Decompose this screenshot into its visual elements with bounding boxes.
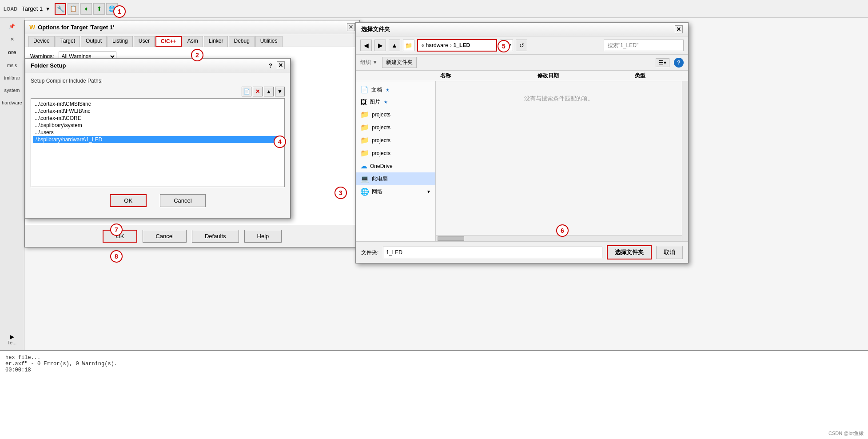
fc-sidebar-proj4-label: projects	[372, 150, 390, 156]
fc-close-btn[interactable]: ×	[675, 25, 683, 33]
fc-sidebar: 📄 文档 ★ 🖼 图片 ★ 📁 projects 📁 projects 📁 pr…	[356, 81, 436, 241]
options-ok-button[interactable]: OK	[103, 230, 138, 243]
sidebar-item-ore: ore	[0, 46, 24, 59]
fc-empty-message: 没有与搜索条件匹配的项。	[440, 95, 677, 103]
fc-refresh-btn[interactable]: ↺	[516, 40, 527, 51]
load-icon: LOAD	[4, 6, 17, 12]
tab-utilities[interactable]: Utilities	[255, 36, 283, 47]
folder-close-btn[interactable]: ×	[277, 61, 285, 69]
fc-path-dropdown[interactable]: ▼	[500, 40, 513, 51]
folder-help-btn[interactable]: ?	[269, 62, 272, 69]
sidebar-arrow-right[interactable]: ▶	[0, 334, 24, 340]
fc-path-part2[interactable]: 1_LED	[454, 42, 470, 48]
main-toolbar: LOAD Target 1 ▼ 🔧 📋 ♦ ⬆ 🌐	[0, 0, 868, 18]
tab-output[interactable]: Output	[81, 36, 107, 47]
keil-logo: W	[29, 24, 35, 31]
folder-up-btn[interactable]: ▲	[264, 87, 274, 96]
tab-cc[interactable]: C/C++	[155, 36, 182, 47]
pics-icon: 🖼	[360, 98, 367, 106]
fc-forward-btn[interactable]: ▶	[374, 40, 386, 51]
folder-icon-4: 📁	[360, 149, 369, 157]
fc-sidebar-pc-label: 此电脑	[372, 175, 388, 183]
fc-sidebar-proj1[interactable]: 📁 projects	[356, 108, 435, 121]
fc-path-part1[interactable]: hardware	[426, 42, 448, 48]
fc-vscrollbar[interactable]	[682, 81, 688, 241]
fc-search-input[interactable]	[604, 40, 684, 51]
toolbar-icon-3[interactable]: ♦	[80, 3, 92, 15]
tab-linker[interactable]: Linker	[204, 36, 228, 47]
fc-sidebar-network-label: 网络	[372, 188, 382, 196]
fc-file-list: 没有与搜索条件匹配的项。	[436, 81, 682, 235]
folder-new-btn[interactable]: 📄	[242, 87, 251, 96]
fc-back-btn[interactable]: ◀	[360, 40, 372, 51]
sidebar-item-msis: msis	[0, 59, 24, 72]
toolbar-icon-4[interactable]: ⬆	[93, 3, 105, 15]
fc-path-separator: «	[422, 42, 425, 48]
fc-select-btn[interactable]: 选择文件夹	[607, 245, 652, 259]
fc-cancel-btn[interactable]: 取消	[656, 246, 683, 259]
folder-down-btn[interactable]: ▼	[275, 87, 285, 96]
fc-sidebar-pics[interactable]: 🖼 图片 ★	[356, 96, 435, 108]
options-dialog-close[interactable]: ×	[347, 23, 355, 31]
options-dialog-titlebar: W Options for Target 'Target 1' ×	[25, 20, 359, 34]
options-cancel-button[interactable]: Cancel	[143, 230, 186, 243]
folder-dialog-buttons: OK Cancel	[31, 194, 285, 212]
folder-icon-2: 📁	[360, 123, 369, 132]
tab-target[interactable]: Target	[56, 36, 80, 47]
tab-user[interactable]: User	[134, 36, 155, 47]
fc-organize-label: 组织 ▼	[360, 59, 378, 66]
toolbar-icon-2[interactable]: 📋	[68, 3, 79, 15]
fc-column-headers: 名称 修改日期 类型	[356, 71, 688, 81]
dropdown-arrow[interactable]: ▼	[45, 6, 50, 12]
sidebar-te: Te...	[0, 340, 24, 345]
options-dialog-title-text: Options for Target 'Target 1'	[38, 24, 114, 31]
fc-view-controls: ☰▾	[656, 58, 669, 67]
fc-sidebar-proj3[interactable]: 📁 projects	[356, 134, 435, 147]
fc-sidebar-network[interactable]: 🌐 网络 ▼	[356, 185, 435, 198]
options-dialog-bottom: OK Cancel Defaults Help	[25, 225, 359, 247]
toolbar-icon-1[interactable]: 🔧	[55, 3, 66, 15]
sidebar-item-system: system	[0, 84, 24, 96]
sidebar-item-tmlibrar: tmlibrar	[0, 72, 24, 84]
folder-list-item[interactable]: ...\cortex-m3\CMSIS\inc	[33, 100, 283, 108]
fc-hscroll-thumb[interactable]	[438, 236, 464, 241]
fc-sidebar-pc[interactable]: 💻 此电脑	[356, 172, 435, 185]
sidebar-item-close[interactable]: ✕	[0, 33, 24, 46]
options-help-button[interactable]: Help	[244, 230, 282, 243]
tab-listing[interactable]: Listing	[108, 36, 133, 47]
fc-titlebar: 选择文件夹 ×	[356, 23, 688, 36]
fc-sidebar-docs[interactable]: 📄 文档 ★	[356, 84, 435, 96]
folder-ok-btn[interactable]: OK	[110, 194, 147, 207]
tab-asm[interactable]: Asm	[183, 36, 203, 47]
folder-list-item[interactable]: ...\users	[33, 129, 283, 136]
fc-view-btn[interactable]: ☰▾	[656, 58, 669, 67]
project-name: Target 1	[22, 5, 43, 12]
fc-up-btn[interactable]: ▲	[389, 40, 400, 51]
fc-sidebar-proj2-label: projects	[372, 124, 390, 131]
folder-delete-btn[interactable]: ✕	[253, 87, 263, 96]
fc-sidebar-onedrive-label: OneDrive	[370, 163, 393, 169]
options-defaults-button[interactable]: Defaults	[192, 230, 239, 243]
file-chooser-dialog: 选择文件夹 × ◀ ▶ ▲ 📁 « hardware › 1_LED ▼ ↺ 组…	[355, 22, 689, 263]
fc-sidebar-proj2[interactable]: 📁 projects	[356, 121, 435, 134]
folder-listbox[interactable]: ...\cortex-m3\CMSIS\inc ...\cortex-m3\FW…	[31, 98, 285, 187]
fc-filename-input[interactable]	[383, 247, 602, 258]
fc-hscrollbar[interactable]	[436, 235, 682, 241]
folder-list-item[interactable]: ...\bsplibrary\system	[33, 122, 283, 129]
fc-sidebar-proj1-label: projects	[372, 112, 390, 118]
output-line-1: hex file...	[5, 355, 863, 361]
folder-list-item[interactable]: ...\cortex-m3\CORE	[33, 115, 283, 122]
tab-device[interactable]: Device	[28, 36, 55, 47]
fc-new-folder-btn[interactable]: 新建文件夹	[382, 57, 417, 68]
folder-cancel-btn[interactable]: Cancel	[160, 194, 205, 207]
fc-sidebar-onedrive[interactable]: ☁ OneDrive	[356, 160, 435, 172]
fc-sidebar-proj4[interactable]: 📁 projects	[356, 147, 435, 160]
output-panel: hex file... er.axf" - 0 Error(s), 0 Warn…	[0, 350, 868, 439]
output-line-3: 00:00:18	[5, 367, 863, 373]
folder-list-item-selected[interactable]: .\bsplibrary\hardware\1_LED	[33, 136, 283, 143]
sidebar-item-pin[interactable]: 📌	[0, 20, 24, 33]
fc-help-btn[interactable]: ?	[674, 58, 684, 68]
tab-debug[interactable]: Debug	[229, 36, 254, 47]
toolbar-icon-5[interactable]: 🌐	[106, 3, 118, 15]
folder-list-item[interactable]: ...\cortex-m3\FWLIB\inc	[33, 108, 283, 115]
